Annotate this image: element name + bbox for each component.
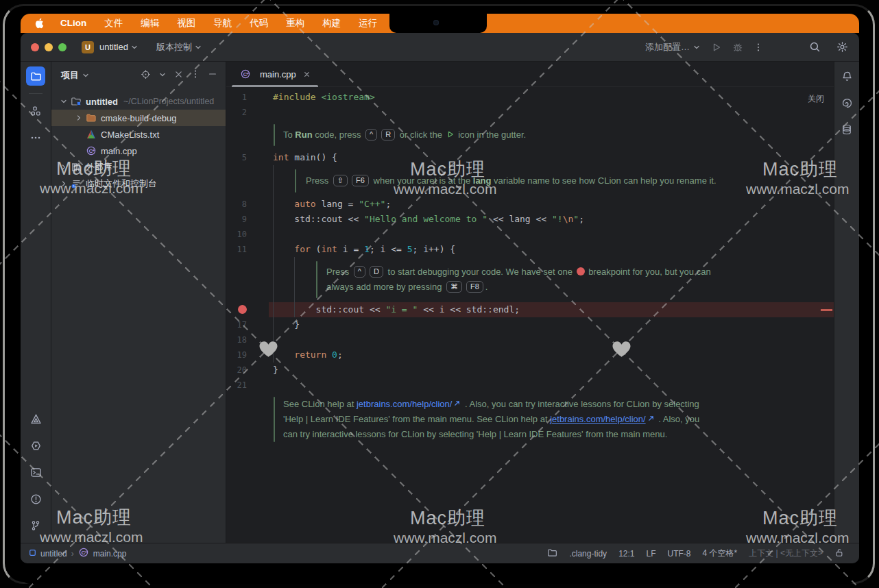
code-line-21[interactable]: 21 [226, 378, 834, 393]
menu-item-1[interactable]: 文件 [95, 14, 132, 33]
terminal-icon[interactable] [26, 463, 45, 482]
help-link[interactable]: jetbrains.com/help/clion/ [357, 399, 452, 409]
code-token: ; [579, 214, 584, 224]
search-everywhere-button[interactable] [809, 41, 821, 53]
expand-icon[interactable] [158, 69, 167, 82]
menu-item-8[interactable]: 运行 [350, 14, 386, 33]
line-number[interactable]: 9 [226, 212, 247, 227]
ai-assistant-icon[interactable] [837, 93, 856, 112]
code-line-8[interactable]: 8 auto lang = "C++"; [226, 197, 834, 212]
status-item-1[interactable]: 12:1 [618, 549, 634, 559]
status-item-4[interactable]: 4 个空格* [703, 548, 738, 559]
more-icon[interactable] [26, 128, 45, 147]
lock-icon[interactable] [834, 548, 844, 560]
run-button[interactable] [711, 42, 722, 53]
inline-hint: See CLion help at jetbrains.com/help/cli… [226, 393, 834, 446]
code-line-9[interactable]: 9 std::cout << "Hello and welcome to " <… [226, 212, 834, 227]
structure-icon[interactable] [26, 101, 45, 121]
tree-chevron-icon[interactable] [58, 163, 69, 171]
tree-chevron-icon[interactable] [58, 180, 69, 188]
code-line-1[interactable]: 1#include <iostream> [226, 90, 834, 105]
project-panel-title[interactable]: 项目 [61, 69, 79, 82]
database-icon[interactable] [837, 120, 856, 139]
line-number[interactable]: 20 [226, 363, 247, 378]
run-configuration-selector[interactable]: 添加配置… [645, 41, 701, 53]
code-editor[interactable]: 关闭 1#include <iostream>2To Run code, pre… [226, 87, 834, 543]
code-line-11[interactable]: 11 for (int i = 1; i <= 5; i++) { [226, 242, 834, 257]
code-token: } [273, 319, 300, 330]
code-line-17[interactable]: 17 } [226, 317, 834, 332]
tree-item-label: 临时文件和控制台 [86, 177, 157, 190]
code-line-20[interactable]: 20} [226, 363, 834, 378]
line-number[interactable]: 10 [226, 227, 247, 242]
menu-item-5[interactable]: 代码 [241, 14, 277, 33]
tree-item-0[interactable]: untitled~/CLionProjects/untitled [51, 93, 226, 110]
line-number[interactable] [226, 302, 247, 317]
code-line-18[interactable]: 18 [226, 332, 834, 347]
tree-item-3[interactable]: Cmain.cpp [51, 143, 226, 159]
status-item-5[interactable]: 上下文 | <无上下文> [749, 548, 823, 559]
line-number[interactable]: 1 [226, 90, 247, 105]
debug-button[interactable] [732, 42, 743, 53]
more-actions-button[interactable] [754, 42, 763, 52]
line-number[interactable]: 21 [226, 378, 247, 393]
cmake-tool-icon[interactable] [26, 409, 45, 428]
tree-item-4[interactable]: 外部库 [51, 159, 226, 175]
project-name-menu[interactable]: untitled [99, 42, 128, 52]
dismiss-tips-link[interactable]: 关闭 [808, 93, 824, 105]
menu-item-7[interactable]: 构建 [313, 14, 350, 33]
folder-icon[interactable] [547, 548, 557, 560]
line-number[interactable]: 8 [226, 197, 247, 212]
project-tool-icon[interactable] [26, 66, 45, 86]
status-item-0[interactable]: .clang-tidy [569, 549, 607, 559]
comment-guide [274, 124, 275, 146]
tree-item-1[interactable]: cmake-build-debug [51, 110, 226, 126]
panel-options-icon[interactable] [191, 69, 200, 82]
services-icon[interactable] [26, 436, 45, 455]
code-token: ; [337, 350, 343, 360]
menu-item-4[interactable]: 导航 [204, 14, 241, 33]
code-line-2[interactable]: 2 [226, 105, 834, 120]
status-item-2[interactable]: LF [646, 549, 655, 559]
code-line-10[interactable]: 10 [226, 227, 834, 242]
menu-item-3[interactable]: 视图 [168, 14, 204, 33]
line-number[interactable]: 18 [226, 332, 247, 347]
minimize-window-button[interactable] [45, 43, 53, 51]
tree-chevron-icon[interactable] [58, 97, 69, 106]
notifications-icon[interactable] [837, 66, 856, 86]
status-item-3[interactable]: UTF-8 [668, 549, 691, 559]
code-line-5[interactable]: 5int main() { [226, 150, 834, 165]
zoom-window-button[interactable] [58, 43, 67, 51]
line-number[interactable]: 19 [226, 347, 247, 363]
problems-icon[interactable] [26, 489, 45, 509]
version-control-icon[interactable] [26, 516, 45, 535]
help-link[interactable]: jetbrains.com/help/clion/ [550, 414, 645, 424]
tab-main-cpp[interactable]: C main.cpp [232, 62, 318, 86]
locate-file-icon[interactable] [141, 69, 151, 82]
code-line-16[interactable]: std::cout << "i = " << i << std::endl; [226, 302, 834, 317]
code-token: std::cout << [273, 214, 364, 224]
menu-item-0[interactable]: CLion [51, 14, 95, 33]
collapse-all-icon[interactable] [174, 69, 183, 82]
tree-chevron-icon[interactable] [73, 114, 84, 122]
close-tab-icon[interactable] [302, 70, 311, 79]
menu-item-2[interactable]: 编辑 [132, 14, 168, 33]
breadcrumb-project[interactable]: untitled [40, 549, 67, 559]
vcs-menu[interactable]: 版本控制 [156, 41, 192, 53]
hint-text: icon in the gutter. [456, 130, 527, 140]
line-number[interactable]: 5 [226, 150, 247, 165]
editor-tab-bar: C main.cpp [226, 62, 834, 87]
code-line-19[interactable]: 19 return 0; [226, 347, 834, 363]
line-number[interactable]: 2 [226, 105, 247, 120]
hide-panel-icon[interactable] [208, 69, 217, 82]
tree-item-5[interactable]: 临时文件和控制台 [51, 175, 226, 192]
menu-item-6[interactable]: 重构 [277, 14, 313, 33]
tree-item-2[interactable]: CMakeLists.txt [51, 126, 226, 143]
close-window-button[interactable] [31, 43, 39, 51]
breakpoint-dot[interactable] [238, 305, 247, 314]
breadcrumb-file[interactable]: main.cpp [93, 549, 127, 559]
line-number[interactable]: 11 [226, 242, 247, 257]
settings-button[interactable] [836, 41, 848, 53]
apple-menu-icon[interactable] [34, 18, 45, 29]
line-number[interactable]: 17 [226, 317, 247, 332]
